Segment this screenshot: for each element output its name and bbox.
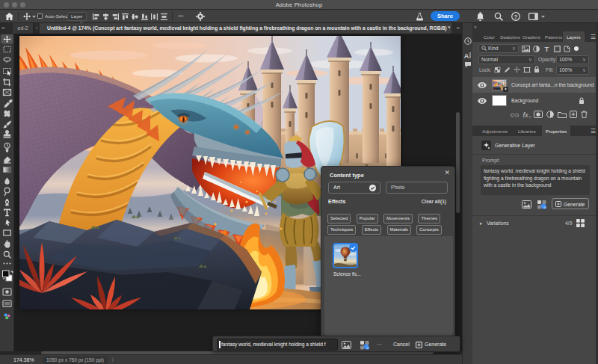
distribute-vertically-icon[interactable] [161,13,167,20]
tool-pen[interactable] [5,199,9,206]
effect-thumbnail-science-fiction[interactable] [333,243,358,268]
filter-pixel-layers-icon[interactable] [522,46,530,52]
tool-move[interactable] [1,34,13,44]
workspace-caret-icon[interactable] [541,16,545,18]
layer-row-generative[interactable]: Concept art fanta...n the background [472,77,598,93]
effect-chip-materials[interactable]: Materials [387,225,411,235]
move-tool-icon[interactable] [23,13,31,20]
taskbar-prompt-input[interactable]: fantasy world, medieval knight holding a… [217,339,338,351]
variations-label[interactable]: Variations [487,220,509,226]
quick-mask-icon[interactable] [3,289,11,295]
prompt-textarea[interactable]: fantasy world, medieval knight holding a… [481,165,590,195]
help-icon[interactable]: ? [511,12,520,21]
tool-eraser[interactable] [4,156,11,164]
auto-select-target-dropdown[interactable]: Layer∨ [67,12,87,21]
content-type-photo-option[interactable]: Photo [386,182,448,194]
trash-icon[interactable] [581,111,588,118]
share-button[interactable]: Share [431,11,460,21]
distribute-horizontally-icon[interactable] [151,13,158,20]
character-panel-icon[interactable]: A [464,52,472,59]
toolbar-more-icon[interactable] [4,263,11,265]
tool-object-selection[interactable] [4,69,11,76]
new-layer-icon[interactable] [570,111,577,118]
lock-position-icon[interactable] [514,67,520,73]
layer-filter-kind-dropdown[interactable]: Kind∨ [478,44,519,53]
lock-transparency-icon[interactable] [494,67,501,73]
tab-adjustments[interactable]: Adjustments [478,126,511,136]
tab-properties[interactable]: Properties [542,126,570,136]
window-minimize-button[interactable] [12,2,17,7]
layer-name[interactable]: Concept art fanta...n the background [511,77,594,93]
layer-thumbnail[interactable] [492,95,507,106]
tool-blur[interactable] [4,178,9,185]
layer-effects-icon[interactable]: fx [522,111,531,119]
generate-button[interactable]: Generate [552,198,589,209]
filter-toggle-icon[interactable] [574,46,579,51]
tab-overflow-right-icon[interactable]: » [457,23,460,34]
tool-marquee[interactable] [4,46,10,52]
document-tab-active[interactable]: Untitled-4 @ 174% (Concept art fantasy w… [40,23,451,34]
style-reference-icon[interactable] [360,340,369,350]
content-type-art-option[interactable]: Art [328,182,380,194]
layers-panel-menu-icon[interactable]: ☰ [591,34,596,40]
align-vertical-centers-icon[interactable] [132,13,138,20]
tool-hand[interactable] [4,240,10,248]
comments-panel-icon[interactable] [464,61,472,68]
bell-icon[interactable] [476,12,484,21]
layer-name[interactable]: Background [511,93,538,108]
adjustment-layer-icon[interactable] [546,111,554,118]
fill-dropdown[interactable]: 100%∨ [556,66,589,75]
tool-brush[interactable] [3,120,11,128]
clear-all-link[interactable]: Clear all(1) [422,199,446,204]
tool-history-brush[interactable] [4,143,10,152]
variations-expander-icon[interactable]: ▸ [480,220,482,226]
align-right-edges-icon[interactable] [112,13,119,20]
workspace-options-gear-icon[interactable] [196,12,205,21]
foreground-background-color-swatches[interactable] [3,271,13,281]
align-horizontal-centers-icon[interactable] [102,13,109,20]
align-bottom-edges-icon[interactable] [141,13,148,20]
lock-pixels-icon[interactable] [504,67,511,73]
tool-type[interactable] [4,209,10,217]
tool-path-select[interactable] [5,219,10,226]
tool-lasso[interactable] [4,57,11,62]
tool-zoom[interactable] [4,251,10,258]
tool-eyedropper[interactable] [4,99,13,108]
zoom-level[interactable]: 174.38% [13,355,34,364]
filter-shape-layers-icon[interactable] [554,46,561,52]
grid-view-icon[interactable] [576,219,585,227]
window-close-button[interactable] [4,2,9,7]
close-icon[interactable]: ✕ [444,169,450,176]
tool-frame[interactable] [4,90,11,96]
document-tab-inactive[interactable]: ed-2 [13,23,34,34]
generative-credits-icon[interactable] [4,312,11,320]
filter-smart-objects-icon[interactable] [564,46,570,52]
opacity-dropdown[interactable]: 100%∨ [556,55,589,64]
blend-mode-dropdown[interactable]: Normal∨ [478,55,535,64]
align-left-edges-icon[interactable] [93,13,99,20]
history-panel-icon[interactable] [464,37,472,45]
tab-gradient[interactable]: Gradient [519,31,544,42]
filter-type-layers-icon[interactable]: T [543,46,550,52]
taskbar-more-icon[interactable]: ⋯ [377,336,383,353]
tool-crop[interactable] [3,78,11,86]
tab-overflow-left-icon[interactable]: « [1,23,4,34]
lock-all-icon[interactable] [534,66,540,73]
reference-image-icon[interactable] [522,200,531,209]
effect-chip-techniques[interactable]: Techniques [327,225,356,235]
tool-clone-stamp[interactable] [4,130,11,138]
eye-icon[interactable] [478,98,487,104]
tool-gradient[interactable] [4,167,11,173]
new-group-icon[interactable] [558,111,567,118]
beaker-icon[interactable] [416,12,424,21]
move-tool-caret-icon[interactable] [32,16,36,18]
auto-select-checkbox[interactable] [37,13,43,19]
tab-libraries[interactable]: Libraries [514,126,540,136]
effect-chip-effects[interactable]: Effects [362,225,381,235]
taskbar-generate-button[interactable]: Generate [425,336,446,353]
style-reference-icon[interactable] [537,200,546,209]
tool-dodge[interactable] [4,188,10,196]
cancel-button[interactable]: Cancel [393,336,410,353]
search-icon[interactable] [494,12,503,21]
properties-panel-menu-icon[interactable]: ☰ [591,128,596,135]
